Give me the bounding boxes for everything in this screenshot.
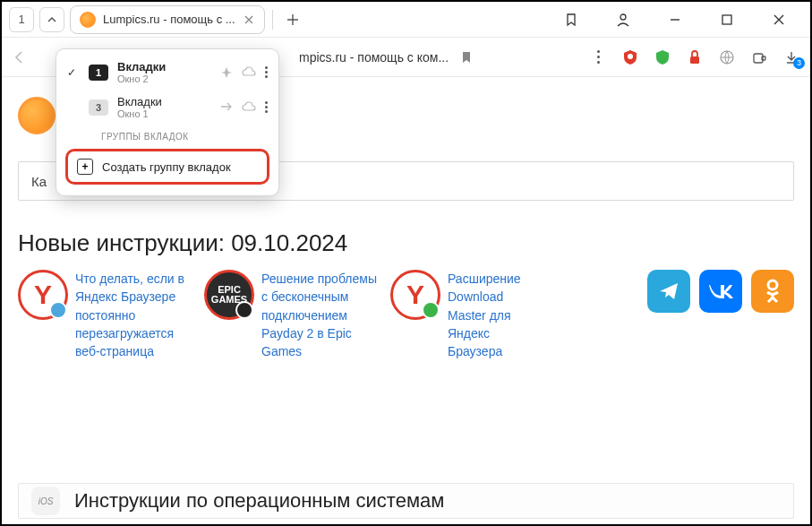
cloud-icon[interactable]: [242, 66, 256, 77]
globe-icon: [719, 49, 735, 65]
social-buttons: [647, 270, 794, 313]
back-button[interactable]: [13, 50, 30, 65]
globe-icon[interactable]: [719, 49, 735, 65]
svg-rect-6: [762, 56, 765, 60]
ios-icon: iOS: [31, 487, 60, 515]
address-text: mpics.ru - помощь с ком...: [299, 50, 449, 65]
arrow-right-icon[interactable]: [220, 101, 233, 112]
maximize-icon: [722, 14, 732, 25]
svg-point-7: [768, 280, 777, 289]
check-icon: ✓: [67, 66, 80, 79]
window-item-text: Вкладки Окно 1: [117, 95, 211, 119]
article-link[interactable]: Расширение Download Master для Яндекс Бр…: [448, 270, 543, 360]
svg-rect-3: [690, 56, 699, 64]
shield-red-icon: [622, 49, 638, 65]
tabs-chevron-button[interactable]: [39, 7, 64, 32]
article-link[interactable]: Что делать, если в Яндекс Браузере посто…: [75, 270, 193, 360]
window-item-1[interactable]: ✓ 1 Вкладки Окно 2: [56, 55, 278, 90]
vk-icon: [708, 283, 733, 299]
new-tab-button[interactable]: [280, 7, 305, 32]
close-icon: [244, 15, 253, 24]
plus-icon: [286, 13, 299, 26]
tab-close-button[interactable]: [243, 13, 255, 26]
create-group-label: Создать группу вкладок: [102, 160, 231, 174]
bookmark-outline-icon: [564, 13, 578, 27]
dots-vertical-icon: [597, 50, 600, 64]
window-controls: [554, 6, 803, 33]
security-icon[interactable]: [687, 49, 703, 65]
cloud-icon[interactable]: [242, 101, 256, 112]
ok-icon: [765, 279, 781, 304]
profile-icon[interactable]: [606, 6, 640, 33]
close-window-button[interactable]: [762, 6, 796, 33]
vk-button[interactable]: [699, 270, 742, 313]
protect-icon[interactable]: [654, 49, 671, 65]
tab-count-badge: 1: [89, 65, 108, 81]
maximize-button[interactable]: [710, 6, 744, 33]
puzzle-icon: [751, 49, 767, 65]
window-item-actions: [220, 101, 268, 113]
window-item-text: Вкладки Окно 2: [117, 60, 211, 84]
create-tab-group-button[interactable]: + Создать группу вкладок: [65, 149, 269, 185]
yandex-browser-icon: [18, 270, 68, 320]
tab-title: Lumpics.ru - помощь с ...: [103, 13, 235, 26]
svg-point-2: [628, 54, 633, 59]
mini-badge-icon: [49, 301, 67, 319]
tab-bar: 1 Lumpics.ru - помощь с ...: [2, 2, 810, 38]
article-cards: Что делать, если в Яндекс Браузере посто…: [18, 270, 794, 360]
toolbar-right: 3: [590, 49, 799, 65]
close-icon: [774, 14, 784, 25]
minimize-button[interactable]: [658, 6, 692, 33]
article-card[interactable]: Расширение Download Master для Яндекс Бр…: [390, 270, 543, 360]
article-card[interactable]: Что делать, если в Яндекс Браузере посто…: [18, 270, 193, 360]
dots-vertical-icon[interactable]: [265, 101, 268, 113]
arrow-left-icon: [13, 50, 27, 65]
extensions-icon[interactable]: [751, 49, 767, 65]
mini-badge-icon: [422, 301, 440, 319]
person-icon: [616, 13, 630, 27]
download-badge: 3: [793, 57, 805, 69]
favicon-icon: [80, 12, 96, 28]
window-item-actions: [220, 66, 268, 79]
window-item-2[interactable]: 3 Вкладки Окно 1: [56, 90, 278, 125]
svg-point-0: [620, 14, 626, 20]
telegram-icon: [657, 280, 680, 303]
section-heading: Новые инструкции: 09.10.2024: [18, 229, 794, 257]
epic-games-icon: EPICGAMES: [204, 270, 254, 320]
menu-dots-button[interactable]: [590, 49, 606, 65]
address-box[interactable]: mpics.ru - помощь с ком...: [299, 43, 481, 72]
article-link[interactable]: Решение проблемы с бесконечным подключен…: [261, 270, 380, 360]
bookmark-bar-icon[interactable]: [554, 6, 588, 33]
tab-separator: [272, 10, 273, 30]
dots-vertical-icon[interactable]: [265, 66, 268, 79]
minimize-icon: [669, 13, 681, 26]
search-text-left: Ка: [31, 174, 47, 189]
shield-green-icon: [654, 49, 671, 65]
chevron-up-icon: [47, 14, 57, 25]
adblock-icon[interactable]: [622, 49, 638, 65]
ok-button[interactable]: [751, 270, 794, 313]
dropdown-section-label: ГРУППЫ ВКЛАДОК: [56, 125, 278, 145]
svg-rect-1: [722, 15, 731, 24]
telegram-button[interactable]: [647, 270, 690, 313]
yandex-browser-icon: [390, 270, 440, 320]
lock-red-icon: [688, 49, 702, 65]
bottom-section[interactable]: iOS Инструкции по операционным системам: [18, 483, 794, 519]
site-logo-icon[interactable]: [18, 97, 56, 134]
downloads-button[interactable]: 3: [783, 49, 799, 65]
tab-count-badge: 3: [89, 99, 108, 116]
tabs-counter[interactable]: 1: [9, 7, 34, 32]
tabs-dropdown-panel: ✓ 1 Вкладки Окно 2 3 Вкладки Окно 1 ГРУП…: [56, 48, 279, 196]
pin-icon[interactable]: [220, 66, 233, 79]
article-card[interactable]: EPICGAMES Решение проблемы с бесконечным…: [204, 270, 380, 360]
active-tab[interactable]: Lumpics.ru - помощь с ...: [70, 5, 265, 34]
plus-box-icon: +: [77, 159, 93, 175]
mini-badge-icon: [235, 301, 253, 319]
bottom-heading: Инструкции по операционным системам: [74, 489, 444, 513]
bookmark-icon[interactable]: [461, 51, 472, 64]
